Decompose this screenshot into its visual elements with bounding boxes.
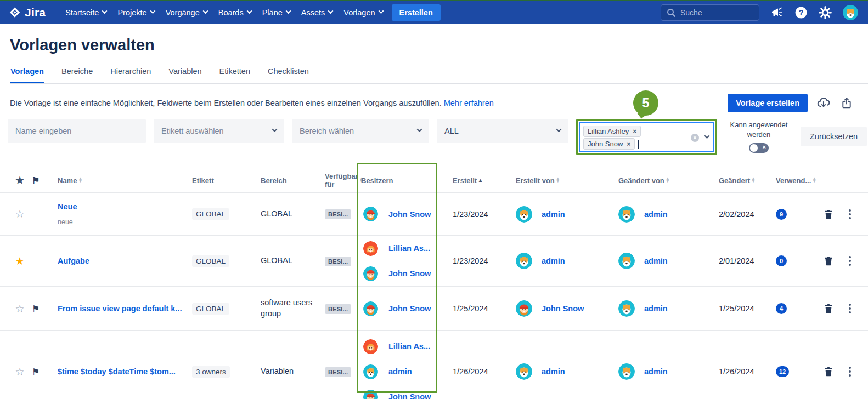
template-name-link[interactable]: From issue view page default k...: [58, 304, 182, 313]
star-column-header-icon[interactable]: ★: [8, 174, 32, 186]
column-header-verfuegbar[interactable]: Verfügbar für▴▾: [323, 172, 356, 189]
label-filter-select[interactable]: Etikett auswählen: [154, 119, 284, 143]
tab-variablen[interactable]: Variablen: [168, 67, 202, 83]
nav-item-plaene[interactable]: Pläne: [257, 5, 296, 20]
brand-name: Jira: [25, 6, 46, 19]
chevron-down-icon: [272, 127, 278, 132]
owner-link[interactable]: Lillian As...: [388, 342, 430, 351]
verfuegbar-chip: BESI...: [325, 367, 351, 377]
delete-button[interactable]: [818, 303, 839, 314]
delete-button[interactable]: [818, 209, 839, 220]
tab-etiketten[interactable]: Etiketten: [219, 67, 251, 83]
chevron-down-icon: [417, 127, 422, 132]
creator-link[interactable]: admin: [542, 210, 565, 219]
column-header-name[interactable]: Name▴▾: [52, 176, 189, 185]
template-name-link[interactable]: Aufgabe: [58, 256, 89, 265]
remove-chip-icon[interactable]: ×: [627, 140, 630, 148]
import-cloud-icon[interactable]: [816, 96, 831, 110]
create-template-button[interactable]: Vorlage erstellen: [728, 94, 808, 112]
owner-link[interactable]: admin: [388, 367, 412, 376]
owner-filter-multiselect[interactable]: Lillian Ashley × John Snow × ×: [579, 122, 714, 152]
created-date: 1/23/2024: [439, 256, 513, 265]
can-apply-toggle[interactable]: ×: [749, 143, 769, 153]
svg-text:?: ?: [799, 8, 804, 17]
nav-item-vorgaenge[interactable]: Vorgänge: [160, 5, 213, 20]
name-filter-input[interactable]: [8, 119, 146, 143]
owner-link[interactable]: John Snow: [388, 269, 431, 278]
flag-column-header-icon[interactable]: ⚑: [32, 175, 52, 186]
export-share-icon[interactable]: [839, 96, 854, 110]
template-name-link[interactable]: $time $today $dateTime $tom...: [58, 367, 176, 376]
row-menu-button[interactable]: [839, 207, 860, 221]
modifier-link[interactable]: admin: [644, 210, 668, 219]
created-date: 1/23/2024: [439, 210, 513, 219]
nav-item-vorlagen[interactable]: Vorlagen: [338, 5, 388, 20]
clear-all-icon[interactable]: ×: [691, 134, 699, 142]
creator-avatar: [516, 363, 532, 380]
nav-item-assets[interactable]: Assets: [296, 5, 339, 20]
creator-avatar: [516, 206, 532, 223]
page-title: Vorlagen verwalten: [10, 35, 868, 55]
creator-link[interactable]: admin: [542, 256, 565, 265]
create-button[interactable]: Erstellen: [392, 4, 441, 21]
star-icon[interactable]: ☆: [8, 366, 32, 378]
table-row: ★ Aufgabe GLOBAL GLOBAL BESI... Lillian …: [0, 236, 868, 287]
row-menu-button[interactable]: [839, 254, 860, 268]
chevron-down-icon: [102, 8, 108, 14]
modified-date: 1/25/2024: [716, 304, 773, 313]
filter-bar: Etikett auswählen Bereich wählen ALL Lil…: [0, 119, 868, 155]
scope-filter-select[interactable]: Bereich wählen: [292, 119, 429, 143]
column-header-besitzern: Besitzern: [356, 176, 439, 185]
column-header-erstellt[interactable]: Erstellt▴: [439, 176, 513, 185]
type-filter-select[interactable]: ALL: [437, 119, 568, 143]
learn-more-link[interactable]: Mehr erfahren: [444, 99, 494, 107]
modifier-link[interactable]: admin: [644, 304, 668, 313]
star-icon[interactable]: ★: [8, 255, 32, 267]
owner-link[interactable]: John Snow: [388, 304, 431, 313]
flag-icon[interactable]: ⚑: [32, 367, 52, 377]
settings-gear-icon[interactable]: [819, 6, 832, 19]
row-menu-button[interactable]: [839, 364, 860, 379]
text-cursor: [638, 140, 639, 149]
owner-link[interactable]: John Snow: [388, 392, 431, 399]
search-input[interactable]: Suche: [661, 4, 759, 21]
flag-icon[interactable]: ⚑: [32, 304, 52, 314]
annotation-step-badge: 5: [633, 90, 658, 116]
etikett-chip: GLOBAL: [192, 255, 229, 267]
user-avatar[interactable]: [843, 5, 858, 20]
modifier-link[interactable]: admin: [644, 367, 668, 376]
verfuegbar-chip: BESI...: [325, 256, 351, 266]
help-icon[interactable]: ?: [794, 6, 808, 19]
nav-item-startseite[interactable]: Startseite: [60, 5, 112, 20]
owner-link[interactable]: John Snow: [388, 210, 431, 219]
nav-item-projekte[interactable]: Projekte: [112, 5, 160, 20]
reset-button[interactable]: Zurücksetzen: [801, 127, 867, 146]
star-icon[interactable]: ☆: [8, 208, 32, 220]
tab-vorlagen[interactable]: Vorlagen: [10, 67, 44, 83]
delete-button[interactable]: [818, 255, 839, 266]
jira-brand[interactable]: Jira: [9, 6, 46, 19]
delete-button[interactable]: [818, 366, 839, 377]
bereich-value: software users group: [258, 298, 323, 319]
tab-hierarchien[interactable]: Hierarchien: [110, 67, 151, 83]
verfuegbar-chip: BESI...: [325, 209, 351, 219]
nav-item-boards[interactable]: Boards: [213, 5, 257, 20]
tab-checklisten[interactable]: Checklisten: [267, 67, 309, 83]
owner-avatar: [363, 241, 378, 256]
chevron-down-icon[interactable]: [704, 133, 710, 139]
owner-link[interactable]: Lillian As...: [388, 244, 430, 253]
remove-chip-icon[interactable]: ×: [633, 128, 636, 135]
announcement-icon[interactable]: [770, 6, 784, 19]
row-menu-button[interactable]: [839, 301, 860, 316]
modifier-link[interactable]: admin: [644, 256, 668, 265]
template-name-link[interactable]: Neue: [58, 202, 77, 211]
creator-link[interactable]: admin: [542, 367, 565, 376]
owner-avatar: [363, 207, 378, 221]
column-header-geaendert[interactable]: Geändert▴▾: [716, 176, 773, 185]
star-icon[interactable]: ☆: [8, 303, 32, 315]
column-header-geaendert-von[interactable]: Geändert von▴▾: [617, 176, 716, 185]
column-header-erstellt-von[interactable]: Erstellt von▴▾: [513, 176, 617, 185]
column-header-verwendungen[interactable]: Verwend...▴▾: [773, 176, 818, 185]
tab-bereiche[interactable]: Bereiche: [61, 67, 93, 83]
creator-link[interactable]: John Snow: [542, 304, 584, 313]
